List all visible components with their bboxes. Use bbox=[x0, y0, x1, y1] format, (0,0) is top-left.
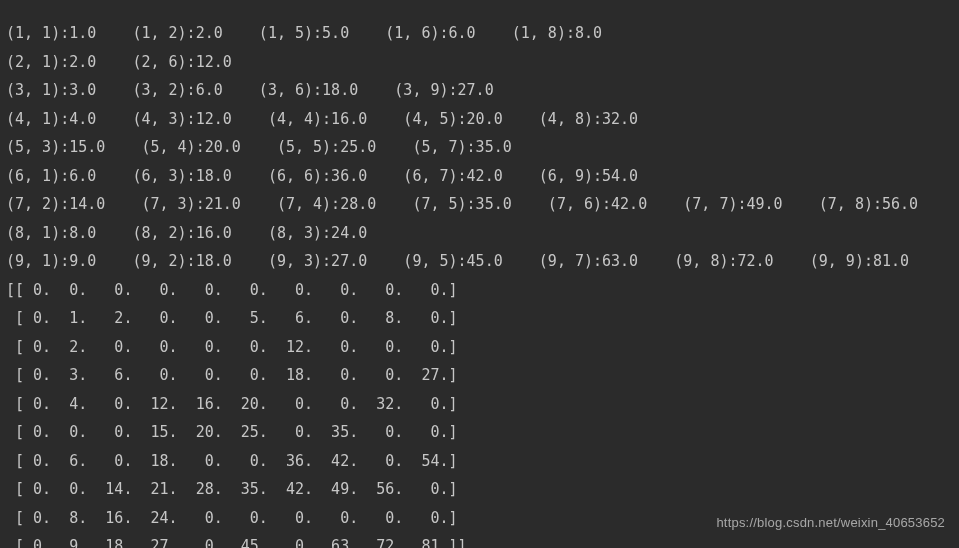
console-output: (1, 1):1.0 (1, 2):2.0 (1, 5):5.0 (1, 6):… bbox=[0, 15, 959, 548]
watermark-text: https://blog.csdn.net/weixin_40653652 bbox=[716, 511, 945, 536]
